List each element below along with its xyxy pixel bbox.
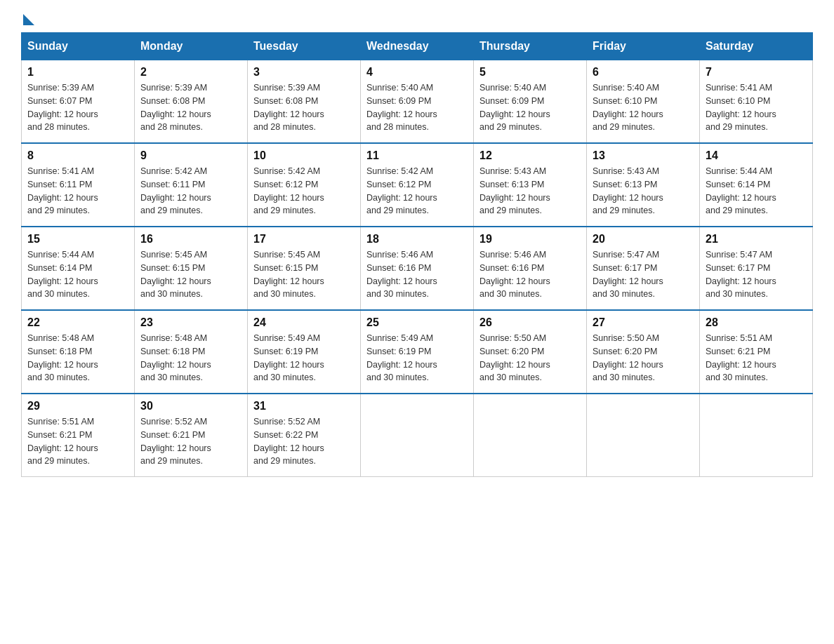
calendar-cell: 12Sunrise: 5:43 AMSunset: 6:13 PMDayligh… bbox=[474, 143, 587, 227]
page-header bbox=[21, 14, 813, 25]
day-info: Sunrise: 5:44 AMSunset: 6:14 PMDaylight:… bbox=[706, 166, 776, 215]
day-number: 15 bbox=[27, 233, 128, 246]
calendar-cell: 13Sunrise: 5:43 AMSunset: 6:13 PMDayligh… bbox=[587, 143, 700, 227]
calendar-cell bbox=[587, 394, 700, 477]
day-info: Sunrise: 5:39 AMSunset: 6:07 PMDaylight:… bbox=[27, 83, 98, 132]
weekday-header-tuesday: Tuesday bbox=[248, 33, 361, 60]
calendar-cell: 22Sunrise: 5:48 AMSunset: 6:18 PMDayligh… bbox=[22, 310, 135, 394]
calendar-cell: 17Sunrise: 5:45 AMSunset: 6:15 PMDayligh… bbox=[248, 227, 361, 310]
calendar-cell bbox=[474, 394, 587, 477]
calendar-week-row: 8Sunrise: 5:41 AMSunset: 6:11 PMDaylight… bbox=[22, 143, 813, 227]
day-number: 3 bbox=[253, 66, 355, 79]
calendar-week-row: 29Sunrise: 5:51 AMSunset: 6:21 PMDayligh… bbox=[22, 394, 813, 477]
weekday-header-friday: Friday bbox=[587, 33, 700, 60]
day-number: 5 bbox=[479, 66, 581, 79]
calendar-week-row: 22Sunrise: 5:48 AMSunset: 6:18 PMDayligh… bbox=[22, 310, 813, 394]
day-info: Sunrise: 5:52 AMSunset: 6:21 PMDaylight:… bbox=[140, 417, 211, 466]
day-number: 6 bbox=[593, 66, 694, 79]
day-info: Sunrise: 5:40 AMSunset: 6:09 PMDaylight:… bbox=[366, 83, 437, 132]
logo-arrow-icon bbox=[23, 14, 34, 25]
day-number: 17 bbox=[253, 233, 355, 246]
calendar-cell: 6Sunrise: 5:40 AMSunset: 6:10 PMDaylight… bbox=[587, 60, 700, 144]
calendar-cell: 27Sunrise: 5:50 AMSunset: 6:20 PMDayligh… bbox=[587, 310, 700, 394]
day-number: 21 bbox=[706, 233, 807, 246]
day-number: 13 bbox=[593, 149, 694, 162]
calendar-cell: 29Sunrise: 5:51 AMSunset: 6:21 PMDayligh… bbox=[22, 394, 135, 477]
day-number: 2 bbox=[140, 66, 241, 79]
day-info: Sunrise: 5:44 AMSunset: 6:14 PMDaylight:… bbox=[27, 250, 98, 299]
day-info: Sunrise: 5:48 AMSunset: 6:18 PMDaylight:… bbox=[27, 333, 98, 382]
calendar-week-row: 1Sunrise: 5:39 AMSunset: 6:07 PMDaylight… bbox=[22, 60, 813, 144]
calendar-cell: 8Sunrise: 5:41 AMSunset: 6:11 PMDaylight… bbox=[22, 143, 135, 227]
calendar-cell: 25Sunrise: 5:49 AMSunset: 6:19 PMDayligh… bbox=[361, 310, 474, 394]
day-info: Sunrise: 5:42 AMSunset: 6:12 PMDaylight:… bbox=[253, 166, 324, 215]
calendar-cell: 24Sunrise: 5:49 AMSunset: 6:19 PMDayligh… bbox=[248, 310, 361, 394]
day-info: Sunrise: 5:47 AMSunset: 6:17 PMDaylight:… bbox=[593, 250, 663, 299]
calendar-cell: 7Sunrise: 5:41 AMSunset: 6:10 PMDaylight… bbox=[700, 60, 813, 144]
day-info: Sunrise: 5:52 AMSunset: 6:22 PMDaylight:… bbox=[253, 417, 324, 466]
weekday-header-row: SundayMondayTuesdayWednesdayThursdayFrid… bbox=[22, 33, 813, 60]
day-number: 27 bbox=[593, 316, 694, 329]
day-number: 4 bbox=[366, 66, 468, 79]
day-info: Sunrise: 5:45 AMSunset: 6:15 PMDaylight:… bbox=[140, 250, 211, 299]
day-number: 11 bbox=[366, 149, 468, 162]
day-number: 26 bbox=[479, 316, 581, 329]
calendar-cell: 14Sunrise: 5:44 AMSunset: 6:14 PMDayligh… bbox=[700, 143, 813, 227]
calendar-cell: 2Sunrise: 5:39 AMSunset: 6:08 PMDaylight… bbox=[135, 60, 248, 144]
logo bbox=[21, 14, 34, 25]
day-number: 18 bbox=[366, 233, 468, 246]
day-info: Sunrise: 5:39 AMSunset: 6:08 PMDaylight:… bbox=[253, 83, 324, 132]
day-number: 31 bbox=[253, 400, 355, 412]
day-info: Sunrise: 5:48 AMSunset: 6:18 PMDaylight:… bbox=[140, 333, 211, 382]
calendar-table: SundayMondayTuesdayWednesdayThursdayFrid… bbox=[21, 32, 813, 477]
calendar-cell: 15Sunrise: 5:44 AMSunset: 6:14 PMDayligh… bbox=[22, 227, 135, 310]
day-number: 16 bbox=[140, 233, 241, 246]
day-number: 12 bbox=[479, 149, 581, 162]
day-number: 22 bbox=[27, 316, 128, 329]
day-info: Sunrise: 5:42 AMSunset: 6:12 PMDaylight:… bbox=[366, 166, 437, 215]
day-number: 29 bbox=[27, 400, 128, 412]
day-info: Sunrise: 5:43 AMSunset: 6:13 PMDaylight:… bbox=[479, 166, 550, 215]
weekday-header-wednesday: Wednesday bbox=[361, 33, 474, 60]
calendar-week-row: 15Sunrise: 5:44 AMSunset: 6:14 PMDayligh… bbox=[22, 227, 813, 310]
day-number: 19 bbox=[479, 233, 581, 246]
day-info: Sunrise: 5:50 AMSunset: 6:20 PMDaylight:… bbox=[479, 333, 550, 382]
calendar-cell: 30Sunrise: 5:52 AMSunset: 6:21 PMDayligh… bbox=[135, 394, 248, 477]
calendar-cell bbox=[361, 394, 474, 477]
day-number: 1 bbox=[27, 66, 128, 79]
day-number: 9 bbox=[140, 149, 241, 162]
day-number: 20 bbox=[593, 233, 694, 246]
calendar-cell: 10Sunrise: 5:42 AMSunset: 6:12 PMDayligh… bbox=[248, 143, 361, 227]
day-info: Sunrise: 5:47 AMSunset: 6:17 PMDaylight:… bbox=[706, 250, 776, 299]
day-info: Sunrise: 5:41 AMSunset: 6:10 PMDaylight:… bbox=[706, 83, 776, 132]
day-number: 24 bbox=[253, 316, 355, 329]
calendar-cell: 19Sunrise: 5:46 AMSunset: 6:16 PMDayligh… bbox=[474, 227, 587, 310]
calendar-cell: 1Sunrise: 5:39 AMSunset: 6:07 PMDaylight… bbox=[22, 60, 135, 144]
day-info: Sunrise: 5:40 AMSunset: 6:10 PMDaylight:… bbox=[593, 83, 663, 132]
day-info: Sunrise: 5:40 AMSunset: 6:09 PMDaylight:… bbox=[479, 83, 550, 132]
calendar-cell: 28Sunrise: 5:51 AMSunset: 6:21 PMDayligh… bbox=[700, 310, 813, 394]
calendar-cell: 4Sunrise: 5:40 AMSunset: 6:09 PMDaylight… bbox=[361, 60, 474, 144]
calendar-cell: 31Sunrise: 5:52 AMSunset: 6:22 PMDayligh… bbox=[248, 394, 361, 477]
day-number: 23 bbox=[140, 316, 241, 329]
day-info: Sunrise: 5:46 AMSunset: 6:16 PMDaylight:… bbox=[479, 250, 550, 299]
calendar-cell: 5Sunrise: 5:40 AMSunset: 6:09 PMDaylight… bbox=[474, 60, 587, 144]
calendar-cell: 16Sunrise: 5:45 AMSunset: 6:15 PMDayligh… bbox=[135, 227, 248, 310]
day-info: Sunrise: 5:46 AMSunset: 6:16 PMDaylight:… bbox=[366, 250, 437, 299]
calendar-cell bbox=[700, 394, 813, 477]
day-number: 7 bbox=[706, 66, 807, 79]
day-info: Sunrise: 5:39 AMSunset: 6:08 PMDaylight:… bbox=[140, 83, 211, 132]
day-info: Sunrise: 5:42 AMSunset: 6:11 PMDaylight:… bbox=[140, 166, 211, 215]
calendar-cell: 3Sunrise: 5:39 AMSunset: 6:08 PMDaylight… bbox=[248, 60, 361, 144]
day-number: 25 bbox=[366, 316, 468, 329]
calendar-cell: 20Sunrise: 5:47 AMSunset: 6:17 PMDayligh… bbox=[587, 227, 700, 310]
calendar-cell: 18Sunrise: 5:46 AMSunset: 6:16 PMDayligh… bbox=[361, 227, 474, 310]
day-info: Sunrise: 5:45 AMSunset: 6:15 PMDaylight:… bbox=[253, 250, 324, 299]
weekday-header-saturday: Saturday bbox=[700, 33, 813, 60]
calendar-cell: 23Sunrise: 5:48 AMSunset: 6:18 PMDayligh… bbox=[135, 310, 248, 394]
day-info: Sunrise: 5:49 AMSunset: 6:19 PMDaylight:… bbox=[366, 333, 437, 382]
day-number: 10 bbox=[253, 149, 355, 162]
calendar-cell: 9Sunrise: 5:42 AMSunset: 6:11 PMDaylight… bbox=[135, 143, 248, 227]
weekday-header-sunday: Sunday bbox=[22, 33, 135, 60]
day-info: Sunrise: 5:43 AMSunset: 6:13 PMDaylight:… bbox=[593, 166, 663, 215]
